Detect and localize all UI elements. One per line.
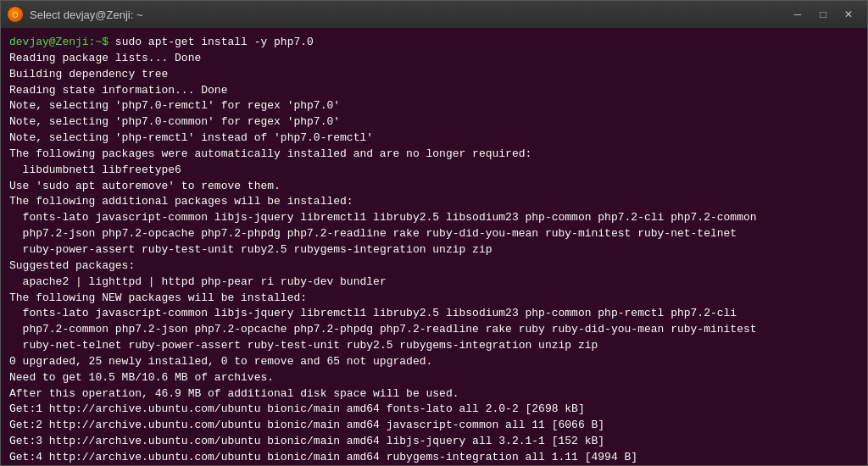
terminal-line: devjay@Zenji:~$ sudo apt-get install -y …	[9, 35, 859, 51]
terminal-line: Get:2 http://archive.ubuntu.com/ubuntu b…	[9, 418, 859, 434]
terminal-body: devjay@Zenji:~$ sudo apt-get install -y …	[1, 28, 867, 465]
terminal-line: Get:1 http://archive.ubuntu.com/ubuntu b…	[9, 402, 859, 418]
terminal-line: Get:4 http://archive.ubuntu.com/ubuntu b…	[9, 450, 859, 465]
terminal-line: ruby-net-telnet ruby-power-assert ruby-t…	[9, 338, 859, 354]
terminal-line: Reading package lists... Done	[9, 51, 859, 67]
terminal-line: ruby-power-assert ruby-test-unit ruby2.5…	[9, 242, 859, 258]
title-bar: ◯ Select devjay@Zenji: ~ ─ □ ✕	[1, 1, 867, 28]
minimize-button[interactable]: ─	[786, 5, 810, 24]
terminal-line: apache2 | lighttpd | httpd php-pear ri r…	[9, 275, 859, 291]
terminal-line: fonts-lato javascript-common libjs-jquer…	[9, 306, 859, 322]
terminal-line: 0 upgraded, 25 newly installed, 0 to rem…	[9, 354, 859, 370]
terminal-line: php7.2-common php7.2-json php7.2-opcache…	[9, 322, 859, 338]
terminal-line: Suggested packages:	[9, 258, 859, 275]
maximize-button[interactable]: □	[811, 5, 835, 24]
terminal-line: The following NEW packages will be insta…	[9, 291, 859, 307]
terminal-line: Note, selecting 'php7.0-common' for rege…	[9, 114, 859, 130]
window-controls: ─ □ ✕	[786, 5, 860, 24]
terminal-line: The following additional packages will b…	[9, 194, 859, 210]
close-button[interactable]: ✕	[837, 5, 860, 24]
terminal-line: libdumbnet1 libfreetype6	[9, 163, 859, 179]
terminal-window: ◯ Select devjay@Zenji: ~ ─ □ ✕ devjay@Ze…	[0, 0, 868, 466]
terminal-line: Reading state information... Done	[9, 83, 859, 99]
terminal-line: Note, selecting 'php7.0-remctl' for rege…	[9, 98, 859, 114]
terminal-line: Need to get 10.5 MB/10.6 MB of archives.	[9, 370, 859, 386]
window-title: Select devjay@Zenji: ~	[30, 8, 779, 21]
terminal-line: php7.2-json php7.2-opcache php7.2-phpdg …	[9, 226, 859, 242]
ubuntu-icon: ◯	[8, 7, 23, 22]
terminal-line: Use 'sudo apt autoremove' to remove them…	[9, 179, 859, 195]
terminal-line: After this operation, 46.9 MB of additio…	[9, 386, 859, 402]
terminal-line: Building dependency tree	[9, 67, 859, 83]
terminal-line: Note, selecting 'php-remctl' instead of …	[9, 130, 859, 147]
terminal-line: fonts-lato javascript-common libjs-jquer…	[9, 210, 859, 226]
terminal-line: The following packages were automaticall…	[9, 147, 859, 163]
terminal-line: Get:3 http://archive.ubuntu.com/ubuntu b…	[9, 434, 859, 450]
terminal-output[interactable]: devjay@Zenji:~$ sudo apt-get install -y …	[1, 28, 867, 465]
